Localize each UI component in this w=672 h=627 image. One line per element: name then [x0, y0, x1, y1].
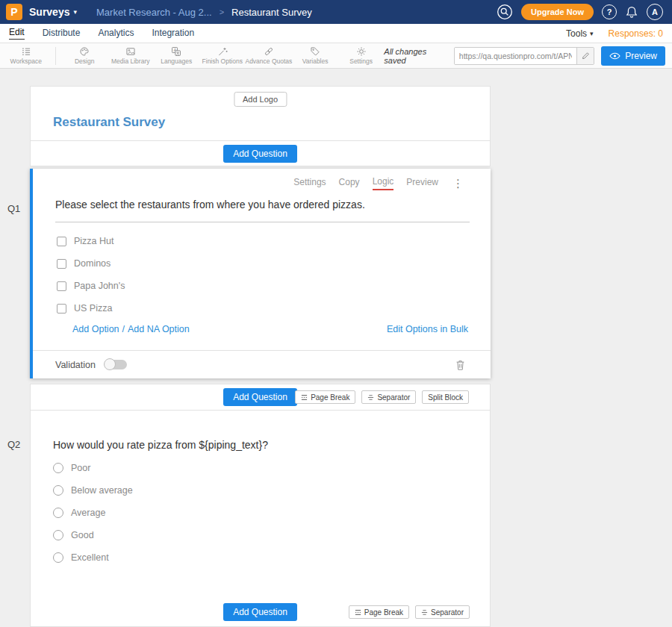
toolbar-item-variables[interactable]: Variables [292, 43, 338, 69]
breadcrumb-current: Restaurant Survey [231, 7, 312, 18]
option-label[interactable]: Below average [71, 485, 133, 496]
toolbar-item-label: Variables [302, 57, 329, 65]
radio-button[interactable] [53, 530, 63, 540]
toolbar-item-advance-quotas[interactable]: Advance Quotas [245, 43, 292, 69]
radio-button[interactable] [53, 508, 63, 518]
option-actions-row: Add Option / Add NA Option Edit Options … [72, 324, 468, 334]
question-card-q1[interactable]: Settings Copy Logic Preview ⋮ Please sel… [30, 169, 491, 378]
checkbox[interactable] [57, 259, 66, 269]
block-actions: Page Break Separator Split Block [295, 390, 469, 404]
question-menu: Settings Copy Logic Preview ⋮ [293, 176, 464, 190]
radio-button[interactable] [53, 552, 63, 563]
toolbar-item-label: Design [75, 57, 94, 65]
survey-title[interactable]: Restaurant Survey [53, 115, 165, 130]
option-row: Good [53, 524, 467, 546]
design-palette-icon [79, 46, 90, 57]
option-label[interactable]: US Pizza [74, 303, 112, 314]
toolbar-item-settings[interactable]: Settings [338, 43, 385, 69]
media-library-icon [125, 46, 136, 57]
add-logo-button[interactable]: Add Logo [234, 92, 287, 107]
page-break-button[interactable]: Page Break [349, 605, 409, 619]
responses-count[interactable]: Responses: 0 [609, 28, 663, 39]
caret-down-icon: ▾ [73, 8, 77, 16]
add-question-strip-bottom: Add Question Page Break Separator [31, 603, 490, 621]
option-label[interactable]: Dominos [74, 258, 111, 269]
option-label[interactable]: Good [71, 530, 94, 540]
add-question-button[interactable]: Add Question [223, 603, 297, 621]
search-icon[interactable] [497, 4, 513, 20]
toggle-knob [104, 358, 116, 370]
notifications-bell-icon[interactable] [625, 5, 638, 19]
option-row: Below average [53, 479, 467, 502]
split-block-label: Split Block [428, 393, 463, 402]
add-question-button[interactable]: Add Question [223, 388, 297, 406]
tab-integration[interactable]: Integration [152, 28, 194, 40]
preview-button[interactable]: Preview [601, 46, 665, 66]
separator-button[interactable]: Separator [415, 605, 470, 619]
question-menu-logic[interactable]: Logic [373, 176, 394, 190]
tab-analytics[interactable]: Analytics [98, 28, 134, 40]
tab-distribute[interactable]: Distribute [43, 28, 81, 40]
page-break-label: Page Break [364, 608, 403, 617]
edit-url-pencil-icon[interactable] [576, 47, 594, 65]
toolbar-item-label: Settings [349, 57, 373, 65]
page-break-button[interactable]: Page Break [295, 390, 355, 404]
radio-button[interactable] [53, 485, 63, 496]
question-text-q1[interactable]: Please select the restaurants from where… [55, 199, 470, 222]
validation-row: Validation [33, 350, 491, 378]
tab-edit[interactable]: Edit [9, 27, 25, 40]
validation-toggle[interactable] [105, 360, 127, 369]
option-label[interactable]: Excellent [71, 552, 109, 563]
question-card-q2[interactable]: How would you rate pizza from ${piping_t… [30, 411, 491, 627]
block-actions: Page Break Separator [349, 605, 470, 619]
delete-question-trash-icon[interactable] [455, 359, 465, 371]
survey-url-input[interactable] [455, 48, 576, 64]
toolbar-right: All changes saved Preview [384, 46, 672, 66]
option-label[interactable]: Average [71, 508, 105, 518]
link-separator: / [122, 324, 125, 334]
toolbar-item-languages[interactable]: A Languages [153, 43, 199, 69]
checkbox[interactable] [57, 281, 66, 291]
add-option-link[interactable]: Add Option [72, 324, 119, 334]
question-number-q2: Q2 [7, 439, 20, 450]
separator-button[interactable]: Separator [361, 390, 416, 404]
toolbar-item-media-library[interactable]: Media Library [108, 43, 154, 69]
breadcrumb: Market Research - Aug 2... > Restaurant … [96, 7, 312, 18]
help-icon[interactable]: ? [602, 4, 617, 19]
autosave-status: All changes saved [384, 47, 447, 65]
question-menu-preview[interactable]: Preview [406, 177, 438, 190]
kebab-menu-icon[interactable]: ⋮ [452, 177, 464, 190]
option-label[interactable]: Papa John's [74, 281, 125, 291]
eye-icon [609, 52, 620, 60]
toolbar-item-finish-options[interactable]: Finish Options [199, 43, 246, 69]
survey-panel: Add Logo Restaurant Survey Add Question … [30, 69, 491, 627]
question-text-q2[interactable]: How would you rate pizza from ${piping_t… [53, 439, 469, 451]
tools-menu[interactable]: Tools ▾ [566, 28, 594, 39]
workspace-icon [21, 46, 31, 57]
toolbar-item-design[interactable]: Design [61, 43, 108, 69]
option-row: US Pizza [57, 297, 468, 319]
question-menu-copy[interactable]: Copy [339, 177, 360, 190]
question-menu-settings[interactable]: Settings [293, 177, 326, 190]
finish-options-wand-icon [217, 46, 228, 57]
avatar[interactable]: A [647, 4, 663, 20]
breadcrumb-folder[interactable]: Market Research - Aug 2... [96, 7, 212, 18]
split-block-button[interactable]: Split Block [422, 390, 469, 404]
upgrade-button[interactable]: Upgrade Now [521, 4, 594, 20]
toolbar-item-workspace[interactable]: Workspace [3, 43, 49, 69]
toolbar-item-label: Media Library [111, 57, 150, 65]
option-row: Excellent [53, 546, 467, 569]
product-name: Surveys [29, 6, 69, 18]
option-label[interactable]: Poor [71, 463, 90, 473]
radio-button[interactable] [53, 463, 63, 473]
questionpro-logo[interactable]: P [6, 4, 22, 20]
checkbox[interactable] [57, 304, 66, 314]
edit-options-in-bulk-link[interactable]: Edit Options in Bulk [387, 324, 468, 334]
checkbox[interactable] [57, 237, 66, 246]
surveys-menu[interactable]: Surveys ▾ [29, 6, 77, 18]
add-question-button[interactable]: Add Question [223, 145, 297, 163]
add-question-strip-top: Add Question [30, 141, 491, 166]
option-label[interactable]: Pizza Hut [74, 236, 114, 246]
option-row: Pizza Hut [57, 230, 468, 252]
add-na-option-link[interactable]: Add NA Option [128, 324, 190, 334]
